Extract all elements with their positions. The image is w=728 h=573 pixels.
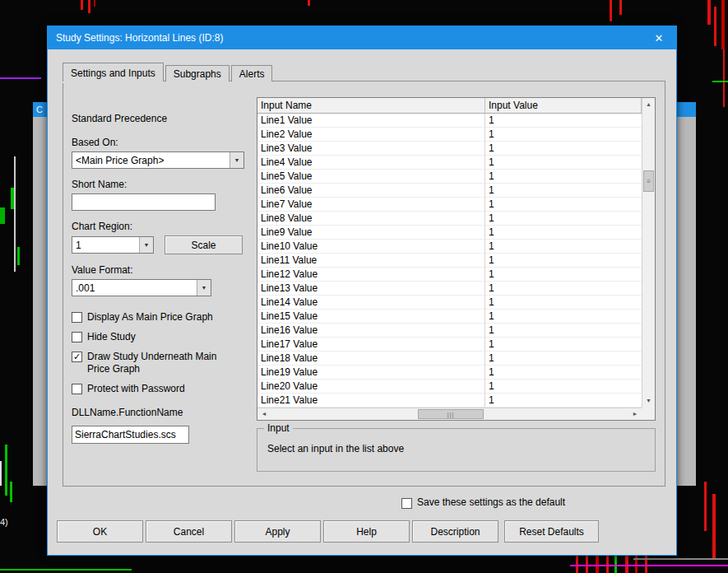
input-value-cell[interactable]: 1 <box>485 170 642 184</box>
checkbox-display-as-main-price-graph[interactable]: Display As Main Price Graph <box>72 311 257 324</box>
table-row[interactable]: Line9 Value1 <box>257 226 642 240</box>
save-default-row[interactable]: Save these settings as the default <box>401 496 565 509</box>
checkbox-draw-study-underneath-main-price-graph[interactable]: ✓Draw Study Underneath Main Price Graph <box>72 351 257 375</box>
table-row[interactable]: Line10 Value1 <box>257 240 642 254</box>
input-value-cell[interactable]: 1 <box>485 352 642 366</box>
chevron-down-icon[interactable]: ▼ <box>139 237 153 253</box>
input-value-cell[interactable]: 1 <box>485 226 642 240</box>
checkbox-unchecked-icon[interactable] <box>72 384 82 394</box>
close-icon[interactable]: ✕ <box>645 32 673 44</box>
table-row[interactable]: Line3 Value1 <box>257 142 642 156</box>
based-on-select[interactable]: <Main Price Graph> ▼ <box>72 151 244 169</box>
table-row[interactable]: Line6 Value1 <box>257 184 642 198</box>
checkbox-checked-icon[interactable]: ✓ <box>72 352 82 362</box>
input-name-cell[interactable]: Line15 Value <box>257 310 485 324</box>
table-row[interactable]: Line8 Value1 <box>257 212 642 226</box>
input-value-cell[interactable]: 1 <box>485 240 642 254</box>
help-button[interactable]: Help <box>323 520 410 543</box>
table-row[interactable]: Line5 Value1 <box>257 170 642 184</box>
table-row[interactable]: Line21 Value1 <box>257 394 642 408</box>
table-row[interactable]: Line18 Value1 <box>257 352 642 366</box>
scale-button[interactable]: Scale <box>165 235 243 254</box>
table-row[interactable]: Line19 Value1 <box>257 366 642 380</box>
input-value-cell[interactable]: 1 <box>485 142 642 156</box>
input-name-cell[interactable]: Line16 Value <box>257 324 485 338</box>
input-value-cell[interactable]: 1 <box>485 324 642 338</box>
vertical-scrollbar-thumb[interactable]: ≡ <box>643 170 654 192</box>
scroll-left-icon[interactable]: ◄ <box>257 408 271 420</box>
description-button[interactable]: Description <box>412 520 498 543</box>
scroll-down-icon[interactable]: ▼ <box>642 394 655 408</box>
chevron-down-icon[interactable]: ▼ <box>197 280 211 296</box>
input-name-cell[interactable]: Line3 Value <box>257 142 485 156</box>
input-value-cell[interactable]: 1 <box>485 296 642 310</box>
table-row[interactable]: Line13 Value1 <box>257 282 642 296</box>
table-row[interactable]: Line16 Value1 <box>257 324 642 338</box>
column-header-input-name[interactable]: Input Name <box>257 98 485 113</box>
input-name-cell[interactable]: Line17 Value <box>257 338 485 352</box>
table-row[interactable]: Line4 Value1 <box>257 156 642 170</box>
input-name-cell[interactable]: Line10 Value <box>257 240 485 254</box>
input-value-cell[interactable]: 1 <box>485 282 642 296</box>
input-name-cell[interactable]: Line2 Value <box>257 128 485 142</box>
table-row[interactable]: Line15 Value1 <box>257 310 642 324</box>
input-name-cell[interactable]: Line11 Value <box>257 254 485 268</box>
input-value-cell[interactable]: 1 <box>485 128 642 142</box>
input-value-cell[interactable]: 1 <box>485 198 642 212</box>
input-name-cell[interactable]: Line6 Value <box>257 184 485 198</box>
reset-defaults-button[interactable]: Reset Defaults <box>504 520 599 543</box>
table-row[interactable]: Line11 Value1 <box>257 254 642 268</box>
tab-alerts[interactable]: Alerts <box>231 65 273 82</box>
input-name-cell[interactable]: Line8 Value <box>257 212 485 226</box>
cancel-button[interactable]: Cancel <box>146 520 232 543</box>
chevron-down-icon[interactable]: ▼ <box>230 152 243 168</box>
column-header-input-value[interactable]: Input Value <box>485 98 642 113</box>
input-value-cell[interactable]: 1 <box>485 184 642 198</box>
table-row[interactable]: Line7 Value1 <box>257 198 642 212</box>
input-value-cell[interactable]: 1 <box>485 380 642 394</box>
input-name-cell[interactable]: Line7 Value <box>257 198 485 212</box>
dll-function-input[interactable] <box>72 426 189 444</box>
horizontal-scrollbar-thumb[interactable]: ||| <box>418 409 484 419</box>
input-value-cell[interactable]: 1 <box>485 212 642 226</box>
tab-subgraphs[interactable]: Subgraphs <box>165 65 230 82</box>
table-row[interactable]: Line12 Value1 <box>257 268 642 282</box>
checkbox-unchecked-icon[interactable] <box>72 312 82 323</box>
table-row[interactable]: Line14 Value1 <box>257 296 642 310</box>
input-name-cell[interactable]: Line20 Value <box>257 380 485 394</box>
value-format-select[interactable]: .001 ▼ <box>72 279 211 296</box>
horizontal-scrollbar[interactable]: ◄ ||| ► <box>257 408 642 420</box>
input-value-cell[interactable]: 1 <box>485 394 642 408</box>
input-name-cell[interactable]: Line18 Value <box>257 352 485 366</box>
input-value-cell[interactable]: 1 <box>485 366 642 380</box>
ok-button[interactable]: OK <box>57 520 143 543</box>
table-row[interactable]: Line17 Value1 <box>257 338 642 352</box>
scroll-right-icon[interactable]: ► <box>628 408 642 420</box>
apply-button[interactable]: Apply <box>234 520 321 543</box>
input-name-cell[interactable]: Line4 Value <box>257 156 485 170</box>
checkbox-protect-with-password[interactable]: Protect with Password <box>72 383 257 395</box>
tab-settings-and-inputs[interactable]: Settings and Inputs <box>63 63 164 82</box>
input-name-cell[interactable]: Line21 Value <box>257 394 485 408</box>
short-name-input[interactable] <box>72 193 216 211</box>
input-name-cell[interactable]: Line9 Value <box>257 226 485 240</box>
input-value-cell[interactable]: 1 <box>485 268 642 282</box>
table-row[interactable]: Line1 Value1 <box>257 114 642 128</box>
scroll-up-icon[interactable]: ▲ <box>642 98 655 111</box>
dialog-titlebar[interactable]: Study Settings: Horizontal Lines (ID:8) … <box>48 26 676 49</box>
input-name-cell[interactable]: Line1 Value <box>257 114 485 128</box>
input-name-cell[interactable]: Line14 Value <box>257 296 485 310</box>
save-default-checkbox[interactable] <box>401 498 412 509</box>
input-value-cell[interactable]: 1 <box>485 156 642 170</box>
input-value-cell[interactable]: 1 <box>485 338 642 352</box>
input-name-cell[interactable]: Line13 Value <box>257 282 485 296</box>
chart-region-select[interactable]: 1 ▼ <box>72 236 154 254</box>
input-value-cell[interactable]: 1 <box>485 310 642 324</box>
checkbox-unchecked-icon[interactable] <box>72 332 82 342</box>
input-value-cell[interactable]: 1 <box>485 254 642 268</box>
checkbox-hide-study[interactable]: Hide Study <box>72 331 257 343</box>
input-name-cell[interactable]: Line19 Value <box>257 366 485 380</box>
input-value-cell[interactable]: 1 <box>485 114 642 128</box>
vertical-scrollbar[interactable]: ▲ ≡ ▼ <box>642 98 655 408</box>
input-name-cell[interactable]: Line12 Value <box>257 268 485 282</box>
